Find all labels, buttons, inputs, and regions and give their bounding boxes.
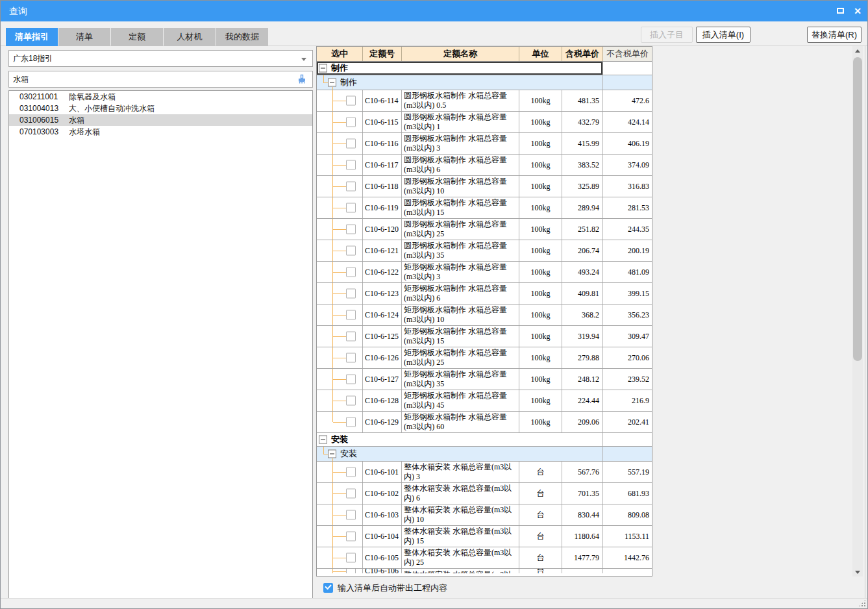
row-checkbox[interactable]	[346, 467, 356, 477]
unit-cell: 台	[519, 504, 562, 525]
row-checkbox[interactable]	[346, 225, 356, 234]
collapse-icon[interactable]	[328, 79, 336, 87]
column-header-price-tax: 含税单价	[562, 47, 603, 61]
table-row[interactable]: C10-6-124矩形钢板水箱制作 水箱总容量(m3以内) 10100kg368…	[317, 304, 652, 326]
guide-book-select[interactable]: 广东18指引	[8, 50, 313, 67]
row-checkbox[interactable]	[346, 569, 356, 573]
table-row[interactable]: C10-6-129矩形钢板水箱制作 水箱总容量(m3以内) 60100kg209…	[317, 412, 652, 433]
auto-bring-checkbox[interactable]	[323, 583, 333, 593]
subgroup-row[interactable]: 制作	[317, 75, 652, 90]
table-row[interactable]: C10-6-122矩形钢板水箱制作 水箱总容量(m3以内) 3100kg493.…	[317, 262, 652, 283]
close-icon[interactable]: ✕	[853, 6, 862, 16]
row-checkbox[interactable]	[346, 182, 356, 192]
quota-name-cell: 整体水箱安装 水箱总容量(m3以内) 15	[402, 526, 519, 547]
row-checkbox[interactable]	[346, 375, 356, 384]
tab-quota[interactable]: 定额	[111, 28, 163, 46]
quota-code-cell: C10-6-123	[363, 283, 402, 304]
row-checkbox[interactable]	[346, 553, 356, 563]
price-tax-cell: 409.81	[562, 283, 603, 304]
price-notax-cell: 309.47	[603, 326, 652, 347]
table-row[interactable]: C10-6-116圆形钢板水箱制作 水箱总容量(m3以内) 3100kg415.…	[317, 133, 652, 155]
unit-cell: 台	[519, 526, 562, 547]
price-tax-cell: 383.52	[562, 155, 603, 175]
insert-list-button[interactable]: 插入清单(I)	[696, 27, 750, 43]
table-row[interactable]: C10-6-120圆形钢板水箱制作 水箱总容量(m3以内) 25100kg251…	[317, 219, 652, 240]
row-checkbox[interactable]	[346, 310, 356, 320]
tab-list[interactable]: 清单	[58, 28, 110, 46]
scroll-up-icon[interactable]	[852, 46, 863, 56]
quota-code-cell: C10-6-116	[363, 133, 402, 154]
list-item[interactable]: 070103003水塔水箱	[9, 126, 312, 138]
tab-my-data[interactable]: 我的数据	[216, 28, 268, 46]
table-row[interactable]: C10-6-121圆形钢板水箱制作 水箱总容量(m3以内) 35100kg206…	[317, 240, 652, 262]
table-row[interactable]: C10-6-117圆形钢板水箱制作 水箱总容量(m3以内) 6100kg383.…	[317, 155, 652, 176]
table-row[interactable]: C10-6-115圆形钢板水箱制作 水箱总容量(m3以内) 1100kg432.…	[317, 112, 652, 133]
group-row[interactable]: 安装	[317, 433, 652, 447]
maximize-icon[interactable]	[836, 6, 845, 16]
collapse-icon[interactable]	[319, 436, 327, 444]
table-row[interactable]: C10-6-103整体水箱安装 水箱总容量(m3以内) 10台830.44809…	[317, 504, 652, 526]
table-row[interactable]: C10-6-119圆形钢板水箱制作 水箱总容量(m3以内) 15100kg289…	[317, 197, 652, 219]
brush-clear-icon[interactable]	[297, 74, 307, 84]
row-checkbox[interactable]	[346, 396, 356, 406]
scroll-down-icon[interactable]	[852, 567, 863, 577]
row-checkbox[interactable]	[346, 203, 356, 213]
table-row[interactable]: C10-6-125矩形钢板水箱制作 水箱总容量(m3以内) 15100kg319…	[317, 326, 652, 347]
price-notax-cell: 374.09	[603, 155, 652, 175]
resize-grip[interactable]	[859, 600, 865, 606]
row-checkbox[interactable]	[346, 246, 356, 256]
vertical-scrollbar[interactable]	[852, 46, 863, 577]
scrollbar-thumb[interactable]	[853, 57, 862, 361]
list-item[interactable]: 030211001除氧器及水箱	[9, 91, 312, 103]
table-row[interactable]: C10-6-101整体水箱安装 水箱总容量(m3以内) 3台567.76557.…	[317, 462, 652, 483]
guide-book-value: 广东18指引	[13, 51, 53, 66]
tab-list-guide[interactable]: 清单指引	[6, 28, 58, 46]
unit-cell: 100kg	[519, 155, 562, 175]
table-row[interactable]: C10-6-105整体水箱安装 水箱总容量(m3以内) 25台1477.7914…	[317, 547, 652, 569]
table-row[interactable]: C10-6-118圆形钢板水箱制作 水箱总容量(m3以内) 10100kg325…	[317, 176, 652, 197]
table-row[interactable]: C10-6-102整体水箱安装 水箱总容量(m3以内) 6台701.35681.…	[317, 483, 652, 504]
row-checkbox[interactable]	[346, 118, 356, 127]
quota-name-cell: 整体水箱安装 水箱总容量(m3以内) 3	[402, 462, 519, 482]
quota-name-cell: 矩形钢板水箱制作 水箱总容量(m3以内) 35	[402, 369, 519, 390]
table-row[interactable]: C10-6-106整体水箱安装 水箱总容量(m3以内) 35台	[317, 569, 652, 573]
subgroup-row[interactable]: 安装	[317, 447, 652, 462]
quota-code-cell: C10-6-122	[363, 262, 402, 282]
row-checkbox[interactable]	[346, 267, 356, 277]
collapse-icon[interactable]	[328, 450, 336, 458]
table-row[interactable]: C10-6-127矩形钢板水箱制作 水箱总容量(m3以内) 35100kg248…	[317, 369, 652, 390]
table-row[interactable]: C10-6-123矩形钢板水箱制作 水箱总容量(m3以内) 6100kg409.…	[317, 283, 652, 304]
row-checkbox[interactable]	[346, 332, 356, 342]
table-row[interactable]: C10-6-126矩形钢板水箱制作 水箱总容量(m3以内) 25100kg279…	[317, 347, 652, 369]
row-checkbox[interactable]	[346, 160, 356, 170]
collapse-icon[interactable]	[319, 64, 327, 73]
row-checkbox[interactable]	[346, 139, 356, 149]
group-row[interactable]: 制作	[317, 62, 652, 75]
quota-code-cell: C10-6-125	[363, 326, 402, 347]
table-row[interactable]: C10-6-104整体水箱安装 水箱总容量(m3以内) 15台1180.6411…	[317, 526, 652, 547]
row-checkbox[interactable]	[346, 417, 356, 427]
row-checkbox[interactable]	[346, 532, 356, 541]
row-checkbox[interactable]	[346, 353, 356, 363]
price-notax-cell: 281.53	[603, 197, 652, 218]
table-row[interactable]: C10-6-128矩形钢板水箱制作 水箱总容量(m3以内) 45100kg224…	[317, 390, 652, 412]
dialog-title: 查询	[9, 1, 27, 21]
row-checkbox[interactable]	[346, 96, 356, 106]
search-input[interactable]: 水箱	[8, 71, 313, 88]
price-notax-cell: 356.23	[603, 304, 652, 325]
row-checkbox[interactable]	[346, 289, 356, 299]
quota-code-cell: C10-6-103	[363, 504, 402, 525]
quota-code-cell: C10-6-105	[363, 547, 402, 568]
replace-list-button[interactable]: 替换清单(R)	[807, 27, 862, 43]
quota-code-cell: C10-6-101	[363, 462, 402, 482]
price-tax-cell: 432.79	[562, 112, 603, 132]
unit-cell: 100kg	[519, 283, 562, 304]
table-row[interactable]: C10-6-114圆形钢板水箱制作 水箱总容量(m3以内) 0.5100kg48…	[317, 90, 652, 112]
row-checkbox[interactable]	[346, 510, 356, 520]
quota-name-cell: 矩形钢板水箱制作 水箱总容量(m3以内) 45	[402, 390, 519, 411]
tab-labor[interactable]: 人材机	[164, 28, 216, 46]
list-item[interactable]: 031004013大、小便槽自动冲洗水箱	[9, 103, 312, 114]
row-checkbox[interactable]	[346, 489, 356, 499]
list-item-selected[interactable]: 031006015水箱	[9, 114, 312, 126]
price-tax-cell: 251.82	[562, 219, 603, 240]
